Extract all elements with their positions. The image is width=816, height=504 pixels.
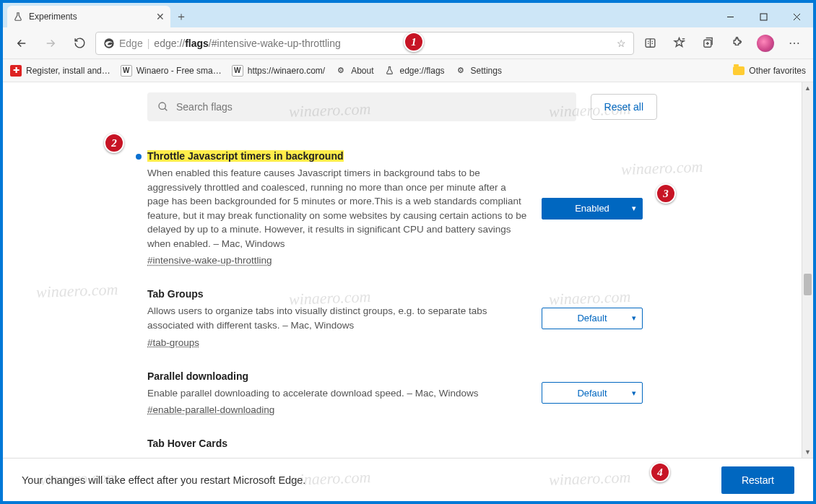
flag-anchor-link[interactable]: #tab-groups [147,337,199,348]
edge-logo-icon [103,38,115,49]
flask-icon [384,65,396,77]
favorite-star-icon[interactable]: ☆ [617,38,626,49]
footer: Your changes will take effect after you … [3,458,813,501]
minimize-button[interactable] [713,6,747,27]
other-favorites[interactable]: Other favorites [733,66,806,76]
bookmark-edge-flags[interactable]: edge://flags [384,65,445,77]
scrollbar[interactable]: ▲ ▼ [802,82,813,458]
flag-anchor-link[interactable]: #enable-parallel-downloading [147,404,274,415]
extensions-icon[interactable] [724,32,750,55]
scroll-up-icon[interactable]: ▲ [802,82,813,94]
url-text: edge://flags/#intensive-wake-up-throttli… [154,38,340,49]
svg-point-11 [159,103,165,109]
restart-button[interactable]: Restart [721,466,794,494]
search-placeholder: Search flags [176,101,233,113]
forward-button[interactable] [38,32,64,55]
page-content: ▲ ▼ Search flags Reset all Throttle Java… [3,82,813,458]
flag-title: Throttle Javascript timers in background [147,150,527,162]
bookmarks-bar: ✚Register, install and… WWinaero - Free … [3,59,813,82]
footer-message: Your changes will take effect after you … [22,474,305,486]
search-icon [157,101,169,113]
bookmark-settings[interactable]: ⚙Settings [455,65,502,77]
edge-label: Edge [119,38,143,49]
svg-point-10 [739,41,741,43]
flag-select-default[interactable]: Default▾ [542,382,643,404]
bookmark-about[interactable]: ⚙About [335,65,373,77]
menu-button[interactable]: ⋯ [781,32,807,55]
new-tab-button[interactable]: ＋ [170,6,192,27]
search-input[interactable]: Search flags [147,92,576,121]
address-bar[interactable]: Edge | edge://flags/#intensive-wake-up-t… [95,32,634,55]
avatar-icon [757,35,774,52]
flask-icon [13,12,23,22]
annotation-badge-3: 3 [656,183,676,204]
scroll-down-icon[interactable]: ▼ [802,446,813,458]
close-button[interactable] [780,6,813,27]
gear-icon: ⚙ [335,65,347,77]
browser-tab[interactable]: Experiments ✕ [7,6,170,27]
chevron-down-icon: ▾ [632,388,636,398]
flag-description: When enabled this feature causes Javascr… [147,166,527,251]
flag-anchor-link[interactable]: #intensive-wake-up-throttling [147,255,272,266]
annotation-badge-1: 1 [404,32,424,52]
chevron-down-icon: ▾ [632,204,636,213]
svg-point-9 [736,37,737,38]
bookmark-register[interactable]: ✚Register, install and… [10,65,110,77]
reset-all-button[interactable]: Reset all [591,94,657,120]
bookmark-winaero-com[interactable]: Whttps://winaero.com/ [232,65,325,77]
annotation-badge-4: 4 [650,462,670,482]
back-button[interactable] [9,32,35,55]
titlebar: Experiments ✕ ＋ [3,3,813,27]
tab-close-icon[interactable]: ✕ [156,11,165,22]
bookmark-winaero-free[interactable]: WWinaero - Free sma… [121,65,222,77]
flag-title: Tab Hover Cards [147,438,527,449]
folder-icon [733,66,745,75]
flag-title: Tab Groups [147,288,527,300]
active-dot-icon [136,154,142,160]
flag-description: Enable parallel downloading to accelerat… [147,386,527,401]
tab-title: Experiments [29,12,77,22]
refresh-button[interactable] [66,32,92,55]
flag-select-default[interactable]: Default▾ [542,308,643,329]
maximize-button[interactable] [747,6,780,27]
profile-button[interactable] [752,32,778,55]
reader-icon[interactable] [637,32,663,55]
svg-line-12 [165,108,167,110]
collections-icon[interactable] [695,32,721,55]
svg-rect-1 [760,14,767,20]
scroll-thumb[interactable] [804,274,812,295]
annotation-badge-2: 2 [104,133,124,153]
favorites-icon[interactable] [666,32,692,55]
gear-icon: ⚙ [455,65,466,77]
chevron-down-icon: ▾ [632,313,636,323]
flag-description: Allows users to organize tabs into visua… [147,304,527,332]
flag-title: Parallel downloading [147,370,527,382]
flag-select-enabled[interactable]: Enabled▾ [542,198,643,220]
